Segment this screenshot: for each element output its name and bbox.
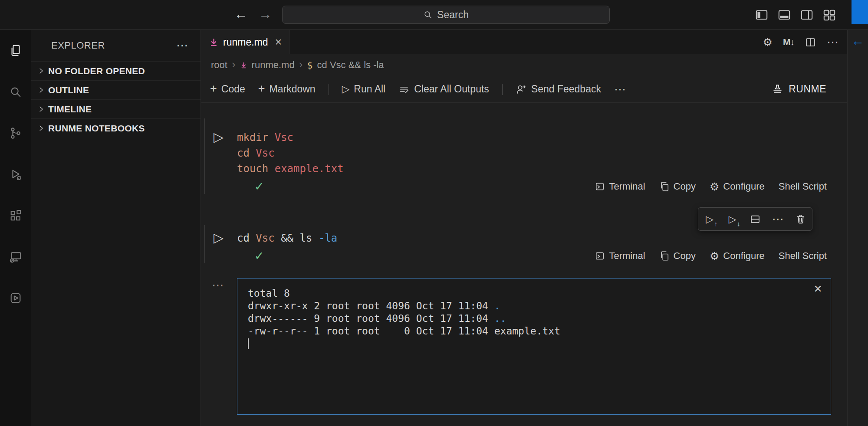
- execute-above-icon[interactable]: ▷ ↑: [700, 210, 719, 229]
- right-edge-strip: ←: [847, 30, 868, 426]
- cell-output-row: ⋯ × total 8drwxr-xr-x 2 root root 4096 O…: [201, 278, 847, 415]
- cell-status-bar: ✓ Terminal Copy ⚙: [237, 177, 827, 197]
- add-code-button[interactable]: + Code: [210, 83, 245, 95]
- back-icon[interactable]: ←: [234, 6, 248, 23]
- split-cell-icon[interactable]: [746, 210, 765, 229]
- editor-actions: ⚙ M↓ ⋯: [763, 30, 847, 54]
- title-bar: ← → Search: [0, 0, 868, 29]
- section-outline[interactable]: OUTLINE: [31, 80, 201, 99]
- language-picker[interactable]: Shell Script: [779, 181, 827, 192]
- tab-runme-md[interactable]: runme.md ×: [201, 30, 290, 54]
- breadcrumb-command[interactable]: cd Vsc && ls -la: [317, 59, 384, 71]
- customize-layout-icon[interactable]: [823, 8, 836, 21]
- notebook-body: ▷ mkdir Vsccd Vsctouch example.txt ✓ Ter…: [201, 103, 847, 426]
- configure-button[interactable]: ⚙ Configure: [710, 250, 765, 262]
- sidebar-more-actions-icon[interactable]: ⋯: [176, 39, 188, 52]
- language-picker[interactable]: Shell Script: [779, 250, 827, 262]
- sidebar-title: EXPLORER: [51, 40, 105, 51]
- chevron-right-icon: ›: [232, 59, 236, 70]
- tab-bar: runme.md × ⚙ M↓ ⋯: [201, 30, 847, 54]
- terminal-button[interactable]: Terminal: [595, 181, 645, 192]
- cell-hover-toolbar: ▷ ↑ ▷ ↓ ⋯: [698, 207, 812, 231]
- collapse-left-arrow-icon[interactable]: ←: [848, 33, 868, 48]
- terminal-icon: [595, 251, 605, 261]
- toolbar-divider: [502, 84, 503, 95]
- runme-file-icon: [209, 38, 218, 47]
- activity-item-source-control[interactable]: [0, 112, 31, 154]
- configure-button[interactable]: ⚙ Configure: [710, 181, 765, 192]
- copy-icon: [659, 251, 670, 261]
- success-check-icon: ✓: [254, 249, 264, 263]
- delete-cell-icon[interactable]: [791, 210, 810, 229]
- trash-glyph: [795, 213, 806, 225]
- output-menu-icon[interactable]: ⋯: [212, 278, 224, 292]
- section-runme-notebooks[interactable]: RUNME NOTEBOOKS: [31, 118, 201, 138]
- activity-item-extensions[interactable]: [0, 195, 31, 236]
- split-editor-icon[interactable]: [805, 36, 816, 48]
- terminal-icon: [595, 181, 605, 192]
- tab-close-icon[interactable]: ×: [275, 36, 282, 48]
- cell-output[interactable]: × total 8drwxr-xr-x 2 root root 4096 Oct…: [237, 278, 831, 415]
- runme-brand: RUNME: [772, 83, 826, 95]
- run-cell-button[interactable]: ▷: [214, 231, 224, 244]
- editor-more-actions-icon[interactable]: ⋯: [827, 36, 838, 48]
- notebook-settings-icon[interactable]: ⚙: [763, 37, 773, 48]
- breadcrumb-root[interactable]: root: [211, 59, 227, 71]
- run-all-button[interactable]: ▷ Run All: [342, 83, 386, 95]
- activity-item-runme-notebooks[interactable]: [0, 277, 31, 318]
- close-output-icon[interactable]: ×: [814, 280, 822, 296]
- toggle-panel-icon[interactable]: [778, 8, 791, 21]
- extensions-icon: [9, 209, 22, 222]
- search-icon: [423, 10, 433, 20]
- activity-item-search[interactable]: [0, 71, 31, 112]
- breadcrumb-shell-prompt: $: [307, 60, 312, 71]
- send-feedback-button[interactable]: Send Feedback: [516, 83, 601, 95]
- breadcrumb-file[interactable]: runme.md: [252, 59, 295, 71]
- run-all-icon: ▷: [342, 84, 350, 94]
- copy-button[interactable]: Copy: [659, 250, 696, 262]
- copy-button[interactable]: Copy: [659, 181, 696, 192]
- cell-more-actions-icon[interactable]: ⋯: [768, 210, 787, 229]
- secondary-window-accent: [852, 0, 868, 24]
- toolbar-more-actions-icon[interactable]: ⋯: [614, 82, 626, 96]
- markdown-preview-icon[interactable]: M↓: [783, 37, 794, 47]
- chevron-right-icon: [37, 105, 45, 113]
- section-timeline[interactable]: TIMELINE: [31, 99, 201, 118]
- activity-item-explorer[interactable]: [0, 30, 31, 71]
- section-no-folder-opened[interactable]: NO FOLDER OPENED: [31, 61, 201, 80]
- explorer-sidebar: EXPLORER ⋯ NO FOLDER OPENED OUTLINE TIME…: [31, 30, 201, 426]
- activity-item-run-and-debug[interactable]: [0, 154, 31, 195]
- chevron-right-icon: ›: [299, 59, 303, 70]
- runme-stamp-icon: [772, 83, 783, 95]
- execute-below-icon[interactable]: ▷ ↓: [723, 210, 742, 229]
- gear-icon: ⚙: [710, 181, 719, 192]
- clear-all-outputs-button[interactable]: Clear All Outputs: [398, 83, 489, 95]
- source-control-icon: [9, 127, 22, 140]
- cell-code-editor[interactable]: mkdir Vsccd Vsctouch example.txt: [237, 117, 827, 177]
- cell-focus-indicator: [204, 118, 205, 194]
- add-markdown-button[interactable]: + Markdown: [258, 83, 316, 95]
- output-text: total 8drwxr-xr-x 2 root root 4096 Oct 1…: [248, 287, 820, 338]
- cell-status-bar: ✓ Terminal Copy ⚙: [237, 246, 827, 266]
- toggle-primary-sidebar-icon[interactable]: [755, 8, 768, 21]
- activity-item-remote-explorer[interactable]: [0, 236, 31, 277]
- files-icon: [9, 44, 22, 57]
- plus-icon: +: [258, 83, 265, 95]
- activity-bar: [0, 30, 31, 426]
- terminal-button[interactable]: Terminal: [595, 250, 645, 262]
- runme-brand-label: RUNME: [789, 83, 826, 95]
- gear-icon: ⚙: [710, 251, 719, 262]
- notebook-play-icon: [9, 292, 22, 305]
- forward-icon[interactable]: →: [259, 6, 272, 23]
- remote-explorer-icon: [9, 250, 22, 263]
- plus-icon: +: [210, 83, 217, 95]
- run-cell-button[interactable]: ▷: [214, 131, 224, 144]
- runme-file-icon: [240, 62, 247, 69]
- chevron-right-icon: [37, 124, 45, 132]
- chevron-right-icon: [37, 67, 45, 75]
- layout-controls: [755, 0, 836, 29]
- notebook-toolbar: + Code + Markdown ▷ Run All Clear All Ou…: [201, 76, 847, 103]
- cell-focus-indicator: [204, 225, 205, 263]
- toggle-secondary-sidebar-icon[interactable]: [800, 8, 813, 21]
- command-center-search[interactable]: Search: [282, 6, 610, 24]
